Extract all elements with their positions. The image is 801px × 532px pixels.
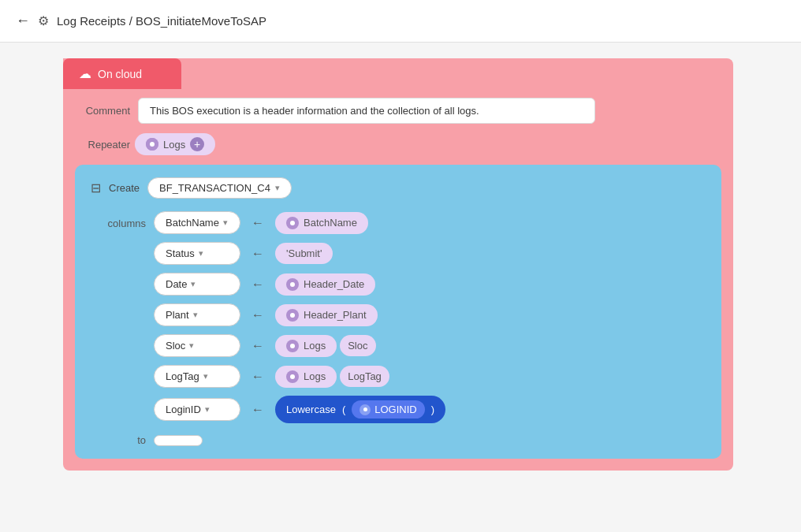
- value-sloc-chain: Logs Sloc: [275, 335, 376, 357]
- on-cloud-block: ☁ On cloud Comment Repeater: [63, 58, 801, 471]
- value-sloc-logs-text: Logs: [304, 340, 326, 352]
- value-logtag-logtag: LogTag: [340, 366, 389, 387]
- column-row-plant: Plant ▾ ← Header_Plant: [91, 303, 706, 326]
- field-sloc[interactable]: Sloc ▾: [154, 334, 240, 357]
- breadcrumb-log[interactable]: Log Receipts: [57, 14, 126, 28]
- repeater-row: Repeater Logs +: [75, 133, 721, 155]
- breadcrumb-separator: /: [129, 14, 132, 28]
- columns-label: columns: [108, 218, 146, 229]
- column-row-sloc: Sloc ▾ ← Logs Sloc: [91, 334, 706, 357]
- field-status-chevron: ▾: [199, 248, 203, 259]
- lowercase-label: Lowercase: [286, 404, 336, 415]
- column-row-status: Status ▾ ← 'Submit': [91, 242, 706, 265]
- arrow-batchname: ←: [251, 216, 264, 230]
- value-batchname-dot: [286, 217, 299, 229]
- main-content: ☁ On cloud Comment Repeater: [0, 43, 801, 486]
- comment-row: Comment: [75, 98, 721, 124]
- repeater-dot-icon: [146, 138, 158, 151]
- column-row-date: Date ▾ ← Header_Date: [91, 273, 706, 296]
- to-label: to: [91, 434, 146, 446]
- to-input[interactable]: [154, 435, 203, 446]
- column-row-logtag: LogTag ▾ ← Logs LogTag: [91, 365, 706, 388]
- create-label: Create: [109, 182, 140, 194]
- field-sloc-chevron: ▾: [189, 340, 194, 351]
- value-logtag-logs-text: Logs: [304, 370, 326, 382]
- arrow-logtag: ←: [251, 370, 264, 384]
- on-cloud-body: Comment Repeater Logs +: [63, 58, 733, 471]
- column-row-batchname: columns BatchName ▾ ← BatchName: [91, 211, 706, 234]
- field-plant-text: Plant: [166, 309, 189, 321]
- dot-inner: [150, 142, 155, 147]
- value-sloc-sloc-text: Sloc: [348, 340, 367, 352]
- value-date-text: Header_Date: [304, 278, 364, 290]
- field-date[interactable]: Date ▾: [154, 273, 240, 296]
- cloud-icon: ☁: [79, 66, 91, 81]
- value-date-dot: [286, 278, 299, 291]
- field-batchname-text: BatchName: [166, 217, 219, 229]
- create-block: ⊟ Create BF_TRANSACTION_C4 ▾ columns: [75, 165, 721, 459]
- field-status[interactable]: Status ▾: [154, 242, 240, 265]
- field-sloc-text: Sloc: [166, 340, 185, 352]
- comment-label: Comment: [75, 105, 130, 117]
- value-status: 'Submit': [275, 243, 333, 264]
- loginid-dot-icon: [360, 404, 371, 415]
- value-plant: Header_Plant: [275, 304, 378, 326]
- repeater-label: Repeater: [75, 139, 130, 151]
- repeater-value: Logs: [163, 139, 185, 151]
- column-row-loginid: LoginID ▾ ← Lowercase ( LOGINID: [91, 396, 706, 423]
- loginid-text: LOGINID: [374, 404, 416, 415]
- value-logtag-logtag-text: LogTag: [348, 370, 382, 382]
- field-plant-chevron: ▾: [193, 310, 198, 320]
- field-batchname[interactable]: BatchName ▾: [154, 211, 240, 234]
- value-plant-dot: [286, 309, 299, 322]
- loginid-value-pill: LOGINID: [352, 400, 424, 419]
- value-plant-text: Header_Plant: [304, 309, 367, 321]
- value-date: Header_Date: [275, 273, 375, 296]
- arrow-sloc: ←: [251, 339, 264, 353]
- to-row: to: [91, 434, 706, 446]
- field-loginid-text: LoginID: [166, 404, 201, 415]
- field-logtag-chevron: ▾: [203, 371, 208, 381]
- field-date-text: Date: [166, 278, 187, 290]
- value-batchname-text: BatchName: [304, 217, 357, 229]
- create-header: ⊟ Create BF_TRANSACTION_C4 ▾: [91, 177, 706, 199]
- field-loginid-chevron: ▾: [205, 404, 210, 415]
- settings-icon[interactable]: ⚙: [38, 13, 49, 28]
- arrow-date: ←: [251, 277, 264, 292]
- repeater-plus-icon[interactable]: +: [190, 137, 204, 151]
- repeater-pill[interactable]: Logs +: [135, 133, 215, 155]
- on-cloud-label: On cloud: [98, 68, 142, 80]
- breadcrumb-bos: BOS_initiateMoveToSAP: [136, 14, 266, 28]
- field-batchname-chevron: ▾: [223, 218, 228, 228]
- field-logtag[interactable]: LogTag ▾: [154, 365, 240, 388]
- back-button[interactable]: ←: [16, 13, 30, 29]
- loginid-dot-inner: [363, 407, 367, 411]
- breadcrumb: Log Receipts / BOS_initiateMoveToSAP: [57, 14, 266, 28]
- value-sloc-sloc: Sloc: [340, 335, 375, 356]
- arrow-loginid: ←: [251, 403, 264, 417]
- lowercase-paren-close: ): [431, 404, 434, 415]
- on-cloud-tab[interactable]: ☁ On cloud: [63, 58, 181, 89]
- field-plant[interactable]: Plant ▾: [154, 303, 240, 326]
- field-logtag-text: LogTag: [166, 370, 199, 382]
- field-status-text: Status: [166, 247, 195, 259]
- value-logtag-dot: [286, 370, 299, 383]
- columns-section: columns BatchName ▾ ← BatchName: [91, 211, 706, 423]
- arrow-status: ←: [251, 247, 264, 261]
- comment-input[interactable]: [138, 98, 595, 124]
- create-table-select[interactable]: BF_TRANSACTION_C4 ▾: [147, 177, 292, 199]
- value-batchname: BatchName: [275, 212, 368, 234]
- header: ← ⚙ Log Receipts / BOS_initiateMoveToSAP: [0, 0, 801, 43]
- value-sloc-dot: [286, 340, 299, 352]
- arrow-plant: ←: [251, 308, 264, 322]
- value-status-text: 'Submit': [286, 247, 322, 259]
- create-table-value: BF_TRANSACTION_C4: [159, 182, 270, 194]
- value-sloc-logs: Logs: [275, 335, 337, 357]
- lowercase-block: Lowercase ( LOGINID ): [275, 396, 445, 423]
- field-date-chevron: ▾: [191, 279, 196, 289]
- value-logtag-chain: Logs LogTag: [275, 366, 389, 388]
- value-logtag-logs: Logs: [275, 366, 337, 388]
- create-table-chevron: ▾: [275, 183, 280, 193]
- create-db-icon: ⊟: [91, 180, 101, 195]
- field-loginid[interactable]: LoginID ▾: [154, 398, 240, 421]
